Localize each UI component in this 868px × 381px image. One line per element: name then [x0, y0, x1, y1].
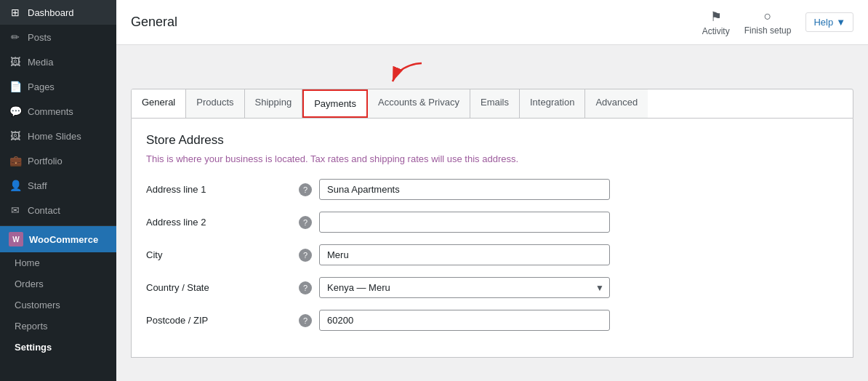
sidebar-item-label: Media: [28, 57, 53, 68]
tab-advanced[interactable]: Advanced: [585, 89, 648, 118]
sidebar-item-label: Comments: [28, 106, 73, 117]
woo-sub-reports[interactable]: Reports: [0, 316, 116, 337]
tab-integration[interactable]: Integration: [520, 89, 585, 118]
woo-sub-settings[interactable]: Settings: [0, 337, 116, 358]
input-city[interactable]: [319, 244, 610, 265]
sidebar-item-label: Contact: [28, 205, 60, 216]
activity-label: Activity: [702, 26, 730, 36]
sidebar-item-media[interactable]: 🖼Media: [0, 49, 116, 74]
posts-icon: ✏: [9, 31, 22, 44]
section-description: This is where your business is located. …: [146, 153, 838, 164]
sidebar-item-label: Home Slides: [28, 131, 81, 142]
woocommerce-sub-menu: HomeOrdersCustomersReportsSettings: [0, 252, 116, 358]
woocommerce-menu-item[interactable]: W WooCommerce: [0, 226, 116, 252]
sidebar-item-portfolio[interactable]: 💼Portfolio: [0, 148, 116, 173]
help-button[interactable]: Help ▼: [805, 12, 853, 32]
label-country: Country / State: [146, 282, 292, 293]
label-city: City: [146, 249, 292, 260]
help-icon-city[interactable]: ?: [299, 249, 312, 262]
settings-form-area: Store Address This is where your busines…: [131, 119, 853, 358]
activity-button[interactable]: ⚑ Activity: [702, 9, 730, 36]
comments-icon: 💬: [9, 105, 22, 118]
sidebar-item-posts[interactable]: ✏Posts: [0, 25, 116, 49]
home-slides-icon: 🖼: [9, 129, 22, 143]
tab-accounts-privacy[interactable]: Accounts & Privacy: [368, 89, 470, 118]
woocommerce-section: W WooCommerce HomeOrdersCustomersReports…: [0, 225, 116, 358]
activity-icon: ⚑: [710, 9, 722, 25]
arrow-indicator: [131, 60, 853, 89]
sidebar-item-label: Dashboard: [28, 7, 74, 18]
sidebar-item-label: Pages: [28, 81, 55, 92]
tab-payments[interactable]: Payments: [302, 89, 368, 118]
portfolio-icon: 💼: [9, 154, 22, 167]
media-icon: 🖼: [9, 55, 22, 68]
label-address2: Address line 2: [146, 217, 292, 228]
help-label: Help: [813, 17, 833, 28]
input-address2[interactable]: [319, 212, 610, 233]
sidebar-item-home-slides[interactable]: 🖼Home Slides: [0, 124, 116, 148]
select-wrapper-country: Kenya — Meru▼: [319, 277, 610, 298]
tab-products[interactable]: Products: [186, 89, 244, 118]
tab-general[interactable]: General: [132, 89, 186, 118]
section-title: Store Address: [146, 133, 838, 148]
woo-sub-orders[interactable]: Orders: [0, 273, 116, 294]
address-form: Address line 1?Address line 2?City?Count…: [146, 179, 838, 331]
page-title: General: [131, 15, 177, 30]
input-address1[interactable]: [319, 179, 610, 200]
label-postcode: Postcode / ZIP: [146, 315, 292, 326]
woocommerce-label: WooCommerce: [29, 234, 98, 245]
main-content: General ⚑ Activity ○ Finish setup Help ▼: [116, 0, 868, 381]
help-icon-country[interactable]: ?: [299, 281, 312, 294]
sidebar-item-label: Portfolio: [28, 156, 63, 167]
finish-setup-button[interactable]: ○ Finish setup: [744, 9, 792, 36]
sidebar-item-pages[interactable]: 📄Pages: [0, 74, 116, 99]
form-row-address2: Address line 2?: [146, 212, 838, 233]
contact-icon: ✉: [9, 204, 22, 217]
form-row-city: City?: [146, 244, 838, 265]
sidebar-item-label: Posts: [28, 32, 52, 43]
sidebar: ⊞Dashboard✏Posts🖼Media📄Pages💬Comments🖼Ho…: [0, 0, 116, 381]
finish-setup-icon: ○: [764, 9, 772, 24]
finish-setup-label: Finish setup: [744, 25, 792, 36]
payments-arrow: [378, 60, 436, 89]
help-icon-address1[interactable]: ?: [299, 183, 312, 196]
tab-emails[interactable]: Emails: [470, 89, 520, 118]
topbar: General ⚑ Activity ○ Finish setup Help ▼: [116, 0, 868, 45]
woo-sub-customers[interactable]: Customers: [0, 294, 116, 316]
woo-icon: W: [9, 232, 23, 246]
form-row-country: Country / State?Kenya — Meru▼: [146, 277, 838, 298]
help-icon-postcode[interactable]: ?: [299, 314, 312, 327]
form-row-address1: Address line 1?: [146, 179, 838, 200]
input-postcode[interactable]: [319, 310, 610, 331]
staff-icon: 👤: [9, 179, 22, 192]
top-right-actions: ⚑ Activity ○ Finish setup Help ▼: [702, 9, 853, 36]
tab-shipping[interactable]: Shipping: [245, 89, 303, 118]
form-row-postcode: Postcode / ZIP?: [146, 310, 838, 331]
dashboard-icon: ⊞: [9, 6, 22, 19]
help-icon-address2[interactable]: ?: [299, 216, 312, 229]
sidebar-item-label: Staff: [28, 180, 47, 191]
settings-tabs: GeneralProductsShippingPaymentsAccounts …: [131, 89, 853, 119]
sidebar-item-staff[interactable]: 👤Staff: [0, 173, 116, 198]
sidebar-item-comments[interactable]: 💬Comments: [0, 99, 116, 124]
label-address1: Address line 1: [146, 184, 292, 195]
sidebar-item-dashboard[interactable]: ⊞Dashboard: [0, 0, 116, 25]
settings-content: GeneralProductsShippingPaymentsAccounts …: [116, 45, 868, 381]
select-country[interactable]: Kenya — Meru: [319, 277, 610, 298]
woo-sub-home[interactable]: Home: [0, 252, 116, 273]
sidebar-item-contact[interactable]: ✉Contact: [0, 198, 116, 222]
pages-icon: 📄: [9, 80, 22, 93]
help-chevron-icon: ▼: [836, 17, 845, 28]
